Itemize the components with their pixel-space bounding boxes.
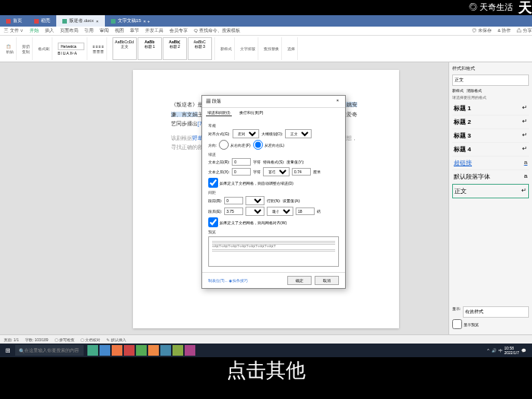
ribbon-member[interactable]: 会员专享 xyxy=(169,27,188,34)
snap-grid-check[interactable] xyxy=(208,217,218,227)
ribbon-layout[interactable]: 页面布局 xyxy=(60,27,78,34)
tabs-button[interactable]: 制表位(T)... xyxy=(208,278,228,283)
dialog-tab-break[interactable]: 换行和分页(P) xyxy=(238,109,265,116)
panel-title: 样式和格式 xyxy=(452,65,529,72)
bold-button[interactable]: B xyxy=(58,51,60,55)
dir-rtl-radio[interactable] xyxy=(219,140,229,150)
ribbon-share[interactable]: 凸 分享 xyxy=(517,27,532,34)
style-body-text[interactable]: 正文↵ xyxy=(452,184,529,198)
ribbon-file[interactable]: 三 文件 ∨ xyxy=(4,27,24,34)
tab-home[interactable]: 首页 xyxy=(0,15,28,27)
special-format-select[interactable]: 首行缩进 xyxy=(263,167,290,176)
clock[interactable]: 10:582022/1/7 xyxy=(505,346,519,355)
select-button[interactable]: 选择 xyxy=(287,46,295,51)
input-mode[interactable]: ✎ 默认插入 xyxy=(106,337,125,342)
ribbon-chapter[interactable]: 章节 xyxy=(130,27,139,34)
task-icon[interactable] xyxy=(100,345,110,356)
style-heading-2[interactable]: 标题 2↵ xyxy=(452,116,529,129)
word-count[interactable]: 字数: 103/189 xyxy=(25,337,49,342)
spell-check-status[interactable]: ▢ 拼写检查 xyxy=(55,337,74,342)
style-heading-3[interactable]: 标题 3↵ xyxy=(452,129,529,143)
metric-input[interactable] xyxy=(292,168,311,176)
tray-icon[interactable]: ^ xyxy=(487,348,489,353)
task-icon[interactable] xyxy=(112,345,122,356)
ribbon-ref[interactable]: 引用 xyxy=(84,27,93,34)
close-icon[interactable]: × xyxy=(334,98,341,105)
indent-before-input[interactable] xyxy=(232,158,251,166)
doc-check-status[interactable]: ▢ 文档校对 xyxy=(81,337,100,342)
section-preview: 预览 xyxy=(208,230,339,234)
video-subtitle: 点击其他 xyxy=(0,357,532,384)
style-hyperlink[interactable]: 超链接a xyxy=(452,157,529,170)
notification-icon[interactable]: 💬 xyxy=(521,348,526,353)
dialog-title: ▦ 段落 xyxy=(206,98,221,105)
task-icon[interactable] xyxy=(173,345,183,356)
outline-select[interactable]: 正文文本 xyxy=(285,129,312,138)
start-button[interactable]: ⊞ xyxy=(0,344,15,357)
current-style[interactable]: 正文 xyxy=(452,74,529,86)
paste-button[interactable]: 📋 xyxy=(6,44,14,49)
ribbon-dev[interactable]: 开发工具 xyxy=(145,27,163,34)
section-indent: 缩进 xyxy=(208,152,339,157)
linespace-select[interactable]: 最小值 xyxy=(267,207,293,216)
ribbon-unsaved[interactable]: ◎ 未保存 xyxy=(472,27,492,34)
tab-docer[interactable]: 稻壳 xyxy=(28,15,56,27)
ribbon-view[interactable]: 视图 xyxy=(115,27,124,34)
style-h2[interactable]: AaBb(标题 2 xyxy=(163,37,187,60)
page-indicator[interactable]: 页面: 1/1 xyxy=(4,337,19,342)
tray-icon[interactable]: 🔊 xyxy=(492,348,496,353)
cancel-button[interactable]: 取消 xyxy=(315,276,339,285)
preview-box: 示例文字示例文字示例文字示例文字示例文字示例文字示例文字 xyxy=(208,236,339,267)
cut-button[interactable]: 剪切 xyxy=(22,44,30,49)
task-icon[interactable] xyxy=(136,345,147,356)
style-heading-4[interactable]: 标题 4↵ xyxy=(452,143,529,157)
task-icon[interactable] xyxy=(185,345,195,356)
document-tabs: 首页 稻壳 叛逆者.docx × 文字文稿15 × + xyxy=(0,15,532,27)
dir-ltr-radio[interactable] xyxy=(253,140,263,150)
tray-icon[interactable]: 中 xyxy=(499,348,502,353)
ribbon-collab[interactable]: & 协作 xyxy=(498,27,511,34)
show-preview-check[interactable] xyxy=(452,319,462,329)
tab-document-2[interactable]: 文字文稿15 × + xyxy=(105,15,156,27)
before-para-input[interactable] xyxy=(224,197,243,204)
before-unit[interactable]: 行 xyxy=(245,196,264,205)
style-heading-1[interactable]: 标题 1↵ xyxy=(452,102,529,116)
after-unit[interactable]: 行 xyxy=(245,207,264,216)
taskbar-search[interactable]: 🔍 在这里输入你要搜索的内容 xyxy=(15,345,84,356)
pick-format-label: 请选择要应用的格式 xyxy=(452,95,529,100)
task-icon[interactable] xyxy=(87,345,98,356)
font-selector[interactable] xyxy=(58,43,84,50)
task-icon[interactable] xyxy=(124,345,135,356)
new-style-link[interactable]: 新样式 xyxy=(452,88,464,93)
task-icon[interactable] xyxy=(148,345,159,356)
ribbon-insert[interactable]: 插入 xyxy=(45,27,54,34)
copy-button[interactable]: 复制 xyxy=(22,49,30,54)
style-h3[interactable]: AaBbC标题 3 xyxy=(188,37,212,60)
task-icon[interactable] xyxy=(160,345,171,356)
style-h1[interactable]: AaBb标题 1 xyxy=(138,37,162,60)
new-style-button[interactable]: 新样式 xyxy=(220,46,232,51)
ribbon-search[interactable]: Q 查找命令、搜索模板 xyxy=(194,27,239,34)
ribbon-toolbar: 📋 粘贴 剪切 复制 格式刷 B I U A X² A ≡≡≡≡ ☰☰☰ AaB… xyxy=(0,36,532,62)
find-replace-button[interactable]: 查找替换 xyxy=(264,46,279,51)
tab-document-active[interactable]: 叛逆者.docx × xyxy=(56,15,105,27)
style-body[interactable]: AaBbCcDd正文 xyxy=(112,37,137,60)
taskbar: ⊞ 🔍 在这里输入你要搜索的内容 ^ 🔊 中 10:582022/1/7 💬 xyxy=(0,344,532,357)
align-select[interactable]: 左对齐 xyxy=(233,129,259,138)
ribbon-review[interactable]: 审阅 xyxy=(100,27,109,34)
text-layout-button[interactable]: 文字排版 xyxy=(240,46,255,51)
format-painter[interactable]: 格式刷 xyxy=(38,46,49,51)
style-default-font[interactable]: 默认段落字体a xyxy=(452,170,529,184)
italic-button[interactable]: I xyxy=(61,51,62,55)
clear-format-link[interactable]: 清除格式 xyxy=(467,88,482,93)
ribbon-start[interactable]: 开始 xyxy=(30,27,39,34)
dialog-tab-indent[interactable]: 缩进和间距(I) xyxy=(206,109,232,116)
setval-input[interactable] xyxy=(296,207,315,215)
after-para-input[interactable] xyxy=(224,207,243,215)
tips-button[interactable]: ◉ 操作技巧 xyxy=(229,278,248,283)
show-filter[interactable]: 有效样式 xyxy=(463,306,529,318)
underline-button[interactable]: U xyxy=(63,51,66,55)
ok-button[interactable]: 确定 xyxy=(287,276,312,285)
auto-indent-check[interactable] xyxy=(208,178,218,188)
indent-after-input[interactable] xyxy=(232,168,251,176)
